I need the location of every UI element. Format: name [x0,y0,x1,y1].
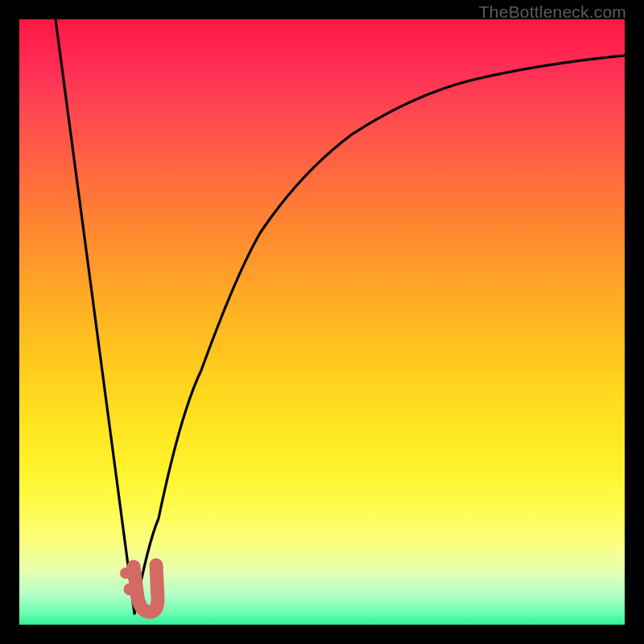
chart-plot-area [19,19,625,625]
right-ascending-curve [134,56,625,613]
watermark-text: TheBottleneck.com [479,2,626,22]
marker-dot-lower [124,584,136,596]
marker-j-shape [134,565,158,612]
left-descent-line [56,19,134,613]
chart-curves [19,19,625,625]
marker-dot-upper [120,568,131,579]
